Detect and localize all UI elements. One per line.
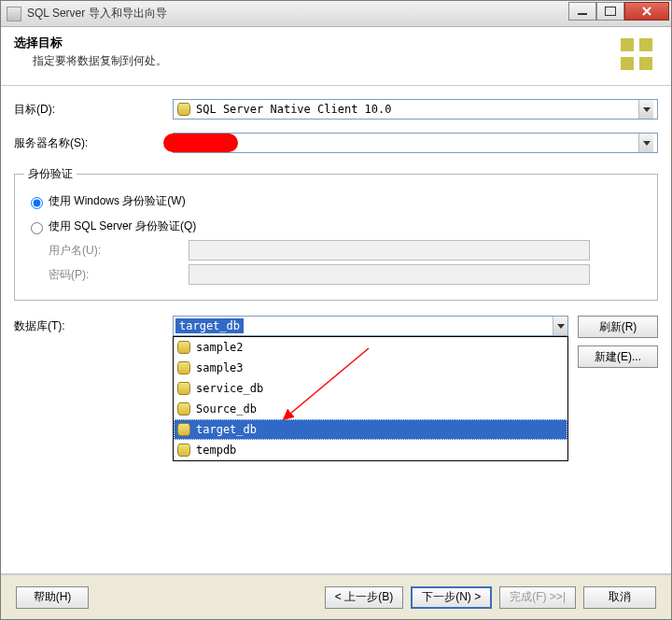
db-option-label: service_db: [196, 382, 263, 395]
titlebar: SQL Server 导入和导出向导: [1, 1, 671, 27]
database-dropdown-list[interactable]: sample2 sample3 service_db Source_db tar…: [173, 336, 568, 461]
password-input: [189, 264, 590, 285]
back-button[interactable]: < 上一步(B): [325, 586, 403, 609]
database-icon: [177, 402, 190, 416]
db-option-selected[interactable]: target_db: [174, 419, 567, 440]
row-username: 用户名(U):: [49, 240, 648, 261]
database-combo[interactable]: target_db: [173, 316, 568, 336]
maximize-button[interactable]: [596, 2, 624, 21]
row-password: 密码(P):: [49, 264, 648, 285]
wizard-icon: [617, 35, 658, 76]
minimize-button[interactable]: [568, 2, 596, 21]
app-icon: [7, 7, 21, 21]
row-database: 数据库(T): target_db sample2 sample3 servic…: [14, 316, 658, 368]
auth-sql-radio[interactable]: [31, 222, 43, 234]
next-button[interactable]: 下一步(N) >: [411, 586, 492, 609]
db-option[interactable]: sample3: [174, 358, 567, 378]
label-password: 密码(P):: [49, 267, 189, 283]
database-icon: [177, 423, 190, 436]
chevron-down-icon[interactable]: [638, 134, 653, 152]
redacted-annotation: [163, 134, 238, 152]
label-database: 数据库(T):: [14, 316, 173, 334]
form-body: 目标(D): SQL Server Native Client 10.0 服务器…: [1, 86, 671, 573]
refresh-button[interactable]: 刷新(R): [578, 316, 658, 338]
db-option-label: Source_db: [196, 402, 257, 416]
auth-windows-label: 使用 Windows 身份验证(W): [49, 193, 186, 209]
auth-sql-label: 使用 SQL Server 身份验证(Q): [49, 218, 196, 234]
db-option[interactable]: sample2: [174, 337, 567, 358]
window-buttons: [568, 2, 669, 22]
destination-combo[interactable]: SQL Server Native Client 10.0: [173, 99, 658, 120]
db-option[interactable]: tempdb: [174, 440, 567, 460]
database-combo-wrap: target_db sample2 sample3 service_db Sou…: [173, 316, 568, 336]
row-destination: 目标(D): SQL Server Native Client 10.0: [14, 99, 658, 120]
auth-windows-radio[interactable]: [31, 197, 43, 209]
label-server: 服务器名称(S):: [14, 135, 173, 151]
db-option-label: sample2: [196, 341, 244, 354]
chevron-down-icon[interactable]: [553, 317, 567, 335]
database-icon: [177, 382, 190, 395]
auth-sql-option[interactable]: 使用 SQL Server 身份验证(Q): [26, 218, 648, 234]
database-icon: [177, 103, 190, 116]
finish-button: 完成(F) >>|: [499, 586, 576, 609]
wizard-window: SQL Server 导入和导出向导 选择目标 指定要将数据复制到何处。: [0, 0, 672, 620]
db-option[interactable]: service_db: [174, 378, 567, 399]
page-title: 选择目标: [14, 35, 608, 51]
db-option-label: target_db: [196, 423, 257, 436]
database-selected-value: target_db: [175, 318, 244, 333]
new-button[interactable]: 新建(E)...: [578, 345, 658, 368]
destination-value: SQL Server Native Client 10.0: [196, 103, 638, 116]
auth-fieldset: 身份验证 使用 Windows 身份验证(W) 使用 SQL Server 身份…: [14, 166, 658, 301]
database-icon: [177, 361, 190, 374]
page-subtitle: 指定要将数据复制到何处。: [33, 53, 608, 69]
database-side-buttons: 刷新(R) 新建(E)...: [578, 316, 658, 368]
chevron-down-icon[interactable]: [638, 100, 653, 119]
auth-windows-option[interactable]: 使用 Windows 身份验证(W): [26, 193, 648, 209]
label-destination: 目标(D):: [14, 102, 173, 118]
database-icon: [177, 341, 190, 354]
db-option-label: tempdb: [196, 444, 236, 457]
username-input: [189, 240, 590, 261]
cancel-button[interactable]: 取消: [583, 586, 656, 609]
auth-legend: 身份验证: [24, 166, 77, 182]
label-username: 用户名(U):: [49, 243, 189, 259]
row-server: 服务器名称(S):: [14, 133, 658, 153]
database-icon: [177, 444, 190, 457]
db-option[interactable]: Source_db: [174, 399, 567, 419]
db-option-label: sample3: [196, 361, 244, 374]
help-button[interactable]: 帮助(H): [16, 586, 89, 609]
wizard-footer: 帮助(H) < 上一步(B) 下一步(N) > 完成(F) >>| 取消: [1, 574, 671, 619]
window-title: SQL Server 导入和导出向导: [27, 6, 568, 21]
server-combo[interactable]: [173, 133, 658, 153]
content-area: 选择目标 指定要将数据复制到何处。 目标(D): SQL Server Nati…: [1, 27, 671, 574]
close-button[interactable]: [624, 2, 669, 21]
wizard-header: 选择目标 指定要将数据复制到何处。: [1, 27, 671, 86]
